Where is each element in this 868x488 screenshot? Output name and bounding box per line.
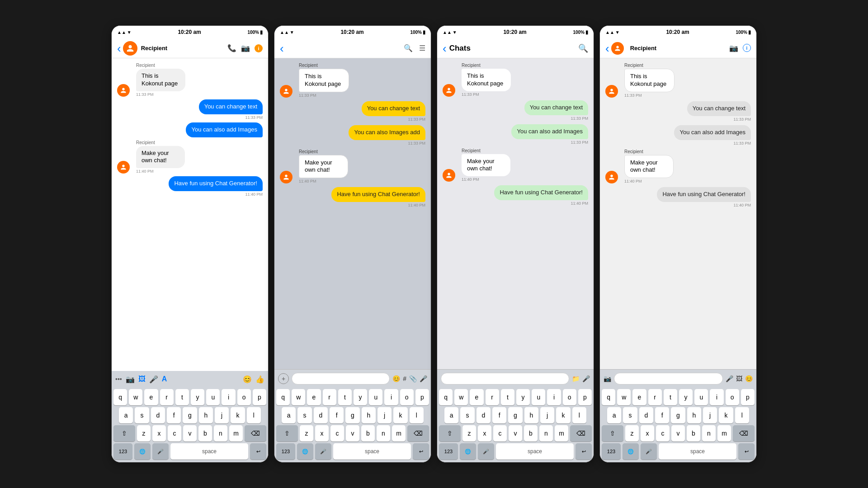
key-s-1[interactable]: s (135, 407, 149, 423)
emoji-icon-4[interactable]: 😊 (745, 375, 753, 382)
key-space-1[interactable]: space (170, 443, 248, 460)
key-g-1[interactable]: g (183, 407, 197, 423)
key-j-1[interactable]: j (215, 407, 229, 423)
key-return-4[interactable]: ↩ (738, 443, 755, 460)
key-b-4[interactable]: b (687, 425, 700, 441)
key-n-1[interactable]: n (214, 425, 227, 441)
folder-icon-3[interactable]: 📁 (572, 375, 580, 382)
key-q-2[interactable]: q (276, 389, 290, 405)
key-shift-2[interactable]: ⇧ (276, 425, 298, 441)
info-icon-4[interactable]: i (743, 44, 751, 52)
key-b-1[interactable]: b (198, 425, 212, 441)
key-o-1[interactable]: o (237, 389, 251, 405)
key-k-4[interactable]: k (719, 407, 733, 423)
key-f-2[interactable]: f (330, 407, 344, 423)
mic-icon-3[interactable]: 🎤 (582, 375, 590, 382)
key-z-3[interactable]: z (462, 425, 476, 441)
key-p-4[interactable]: p (741, 389, 755, 405)
key-v-4[interactable]: v (671, 425, 685, 441)
clip-icon-2[interactable]: 📎 (409, 375, 417, 382)
key-d-3[interactable]: d (476, 407, 491, 423)
key-delete-2[interactable]: ⌫ (407, 425, 429, 441)
key-delete-3[interactable]: ⌫ (570, 425, 592, 441)
mic-kb-icon-1[interactable]: 🎤 (149, 375, 158, 384)
key-m-2[interactable]: m (392, 425, 406, 441)
key-h-3[interactable]: h (524, 407, 538, 423)
key-t-1[interactable]: t (175, 389, 189, 405)
key-u-4[interactable]: u (694, 389, 708, 405)
key-l-4[interactable]: l (735, 407, 749, 423)
key-x-2[interactable]: x (315, 425, 329, 441)
key-z-2[interactable]: z (300, 425, 313, 441)
photo-kb-icon-1[interactable]: 🖼 (138, 375, 146, 383)
key-o-3[interactable]: o (563, 389, 576, 405)
key-y-3[interactable]: y (516, 389, 530, 405)
key-a-3[interactable]: a (444, 407, 458, 423)
key-n-2[interactable]: n (377, 425, 390, 441)
emoji-icon-1[interactable]: 😊 (243, 375, 252, 384)
back-button-4[interactable]: ‹ (605, 42, 609, 54)
key-shift-4[interactable]: ⇧ (602, 425, 623, 441)
key-s-2[interactable]: s (297, 407, 311, 423)
video-icon-1[interactable]: 📷 (241, 44, 250, 52)
key-e-3[interactable]: e (470, 389, 483, 405)
key-h-4[interactable]: h (687, 407, 701, 423)
search-icon-3[interactable]: 🔍 (578, 43, 588, 53)
key-z-1[interactable]: z (137, 425, 151, 441)
key-q-4[interactable]: q (602, 389, 615, 405)
key-c-2[interactable]: c (330, 425, 344, 441)
key-t-4[interactable]: t (664, 389, 677, 405)
key-g-2[interactable]: g (345, 407, 359, 423)
key-delete-4[interactable]: ⌫ (733, 425, 755, 441)
key-k-1[interactable]: k (231, 407, 245, 423)
camera-kb-icon-1[interactable]: 📷 (126, 375, 135, 384)
key-m-4[interactable]: m (717, 425, 731, 441)
key-r-3[interactable]: r (486, 389, 499, 405)
key-x-4[interactable]: x (641, 425, 654, 441)
key-d-4[interactable]: d (639, 407, 653, 423)
key-i-4[interactable]: i (710, 389, 723, 405)
key-b-2[interactable]: b (361, 425, 375, 441)
key-globe-1[interactable]: 🌐 (134, 443, 151, 460)
menu-icon-2[interactable]: ☰ (419, 44, 425, 52)
key-p-2[interactable]: p (415, 389, 429, 405)
key-r-2[interactable]: r (323, 389, 336, 405)
key-r-1[interactable]: r (160, 389, 174, 405)
key-u-3[interactable]: u (532, 389, 545, 405)
key-s-4[interactable]: s (623, 407, 637, 423)
key-mic-kb-2[interactable]: 🎤 (315, 443, 331, 460)
key-q-3[interactable]: q (439, 389, 453, 405)
key-space-3[interactable]: space (496, 443, 574, 460)
key-w-3[interactable]: w (454, 389, 468, 405)
plus-icon-2[interactable]: + (278, 373, 289, 384)
camera-icon-4[interactable]: 📷 (604, 375, 611, 382)
key-w-2[interactable]: w (292, 389, 305, 405)
key-m-1[interactable]: m (229, 425, 243, 441)
key-space-2[interactable]: space (333, 443, 411, 460)
key-h-1[interactable]: h (199, 407, 213, 423)
key-f-4[interactable]: f (655, 407, 669, 423)
key-x-1[interactable]: x (152, 425, 166, 441)
key-return-3[interactable]: ↩ (576, 443, 592, 460)
key-y-1[interactable]: y (191, 389, 204, 405)
more-icon-1[interactable]: ••• (115, 375, 122, 383)
key-i-3[interactable]: i (547, 389, 561, 405)
key-u-2[interactable]: u (369, 389, 382, 405)
key-s-3[interactable]: s (460, 407, 474, 423)
key-d-2[interactable]: d (314, 407, 328, 423)
key-j-3[interactable]: j (540, 407, 554, 423)
text-kb-icon-1[interactable]: A (162, 375, 167, 383)
search-icon-2[interactable]: 🔍 (404, 44, 413, 52)
key-w-1[interactable]: w (129, 389, 142, 405)
key-e-1[interactable]: e (144, 389, 158, 405)
key-space-4[interactable]: space (659, 443, 736, 460)
key-k-3[interactable]: k (556, 407, 570, 423)
key-123-2[interactable]: 123 (276, 443, 295, 460)
key-globe-3[interactable]: 🌐 (460, 443, 476, 460)
key-a-4[interactable]: a (607, 407, 621, 423)
key-i-2[interactable]: i (384, 389, 398, 405)
key-v-2[interactable]: v (346, 425, 359, 441)
key-t-2[interactable]: t (338, 389, 352, 405)
key-globe-2[interactable]: 🌐 (297, 443, 313, 460)
key-j-4[interactable]: j (703, 407, 717, 423)
